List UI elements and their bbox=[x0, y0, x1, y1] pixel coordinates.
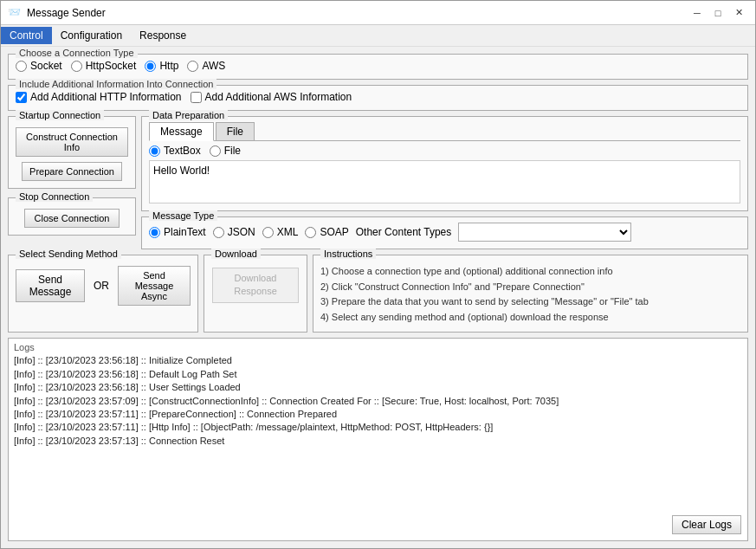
download-response-button[interactable]: Download Response bbox=[212, 268, 299, 303]
other-content-types-dropdown[interactable] bbox=[458, 223, 631, 242]
menu-configuration[interactable]: Configuration bbox=[52, 27, 131, 44]
data-preparation-group: Data Preparation Message File TextBox Fi… bbox=[141, 116, 748, 211]
left-panel: Startup Connection Construct Connection … bbox=[8, 116, 136, 249]
aws-info-checkbox-label[interactable]: Add Additional AWS Information bbox=[191, 91, 352, 103]
download-group: Download Download Response bbox=[204, 255, 307, 333]
middle-area: Startup Connection Construct Connection … bbox=[8, 116, 748, 249]
message-type-title: Message Type bbox=[149, 210, 217, 221]
instruction-4: 4) Select any sending method and (option… bbox=[320, 310, 740, 326]
log-entry: [Info] :: [23/10/2023 23:57:13] :: Conne… bbox=[14, 435, 742, 448]
instructions-title: Instructions bbox=[320, 249, 376, 259]
radio-httpsocket[interactable]: HttpSocket bbox=[71, 60, 137, 72]
menu-control[interactable]: Control bbox=[1, 27, 52, 44]
startup-connection-group: Startup Connection Construct Connection … bbox=[8, 116, 136, 189]
radio-xml[interactable]: XML bbox=[262, 226, 299, 238]
http-info-checkbox-label[interactable]: Add Additional HTTP Information bbox=[16, 91, 182, 103]
message-content[interactable]: Hello World! bbox=[149, 160, 740, 203]
instruction-3: 3) Prepare the data that you want to sen… bbox=[320, 294, 740, 310]
radio-soap[interactable]: SOAP bbox=[305, 226, 348, 238]
instruction-2: 2) Click "Construct Connection Info" and… bbox=[320, 280, 740, 295]
right-panel: Data Preparation Message File TextBox Fi… bbox=[141, 116, 748, 249]
data-tabs: Message File bbox=[149, 122, 740, 141]
main-content: Choose a Connection Type Socket HttpSock… bbox=[1, 47, 755, 548]
send-message-button[interactable]: Send Message bbox=[16, 269, 85, 302]
radio-json[interactable]: JSON bbox=[213, 226, 255, 238]
stop-connection-title: Stop Connection bbox=[16, 191, 93, 202]
other-content-types-label: Other Content Types bbox=[356, 226, 452, 238]
radio-aws[interactable]: AWS bbox=[187, 60, 225, 72]
radio-plaintext[interactable]: PlainText bbox=[149, 226, 206, 238]
prepare-connection-button[interactable]: Prepare Connection bbox=[22, 162, 122, 181]
menu-response[interactable]: Response bbox=[131, 27, 195, 44]
main-window: 📨 Message Sender ─ □ ✕ Control Configura… bbox=[0, 0, 756, 549]
title-bar: 📨 Message Sender ─ □ ✕ bbox=[1, 1, 755, 25]
data-preparation-title: Data Preparation bbox=[149, 110, 228, 120]
log-entry: [Info] :: [23/10/2023 23:57:11] :: [Http… bbox=[14, 421, 742, 434]
log-entry: [Info] :: [23/10/2023 23:56:18] :: Defau… bbox=[14, 368, 742, 381]
instructions-content: 1) Choose a connection type and (optiona… bbox=[320, 264, 740, 325]
startup-connection-title: Startup Connection bbox=[16, 110, 104, 120]
minimize-button[interactable]: ─ bbox=[688, 5, 707, 21]
logs-title: Logs bbox=[14, 342, 742, 352]
http-info-checkbox[interactable] bbox=[16, 92, 27, 103]
connection-type-group: Choose a Connection Type Socket HttpSock… bbox=[8, 54, 748, 80]
log-entry: [Info] :: [23/10/2023 23:57:09] :: [Cons… bbox=[14, 395, 742, 408]
radio-http[interactable]: Http bbox=[145, 60, 178, 72]
radio-textbox[interactable]: TextBox bbox=[149, 145, 201, 157]
clear-logs-button[interactable]: Clear Logs bbox=[672, 515, 741, 534]
message-type-group: Message Type PlainText JSON XML SOAP bbox=[141, 216, 748, 249]
close-connection-button[interactable]: Close Connection bbox=[24, 209, 120, 228]
bottom-area: Select Sending Method Send Message OR Se… bbox=[8, 255, 748, 333]
send-method-title: Select Sending Method bbox=[16, 249, 121, 259]
tab-message[interactable]: Message bbox=[149, 122, 214, 141]
download-title: Download bbox=[211, 249, 261, 259]
additional-info-group: Include Additional Information Into Conn… bbox=[8, 85, 748, 111]
log-entry: [Info] :: [23/10/2023 23:57:11] :: [Prep… bbox=[14, 408, 742, 421]
instruction-1: 1) Choose a connection type and (optiona… bbox=[320, 264, 740, 280]
radio-file[interactable]: File bbox=[210, 145, 241, 157]
message-type-options: TextBox File bbox=[149, 145, 740, 157]
instructions-group: Instructions 1) Choose a connection type… bbox=[313, 255, 748, 333]
construct-connection-button[interactable]: Construct Connection Info bbox=[16, 127, 128, 157]
close-button[interactable]: ✕ bbox=[729, 5, 748, 21]
logs-area: Logs [Info] :: [23/10/2023 23:56:18] :: … bbox=[8, 338, 748, 541]
window-title: Message Sender bbox=[27, 7, 688, 19]
log-entries: [Info] :: [23/10/2023 23:56:18] :: Initi… bbox=[14, 354, 742, 448]
log-entry: [Info] :: [23/10/2023 23:56:18] :: Initi… bbox=[14, 354, 742, 367]
logs-box: Logs [Info] :: [23/10/2023 23:56:18] :: … bbox=[8, 338, 748, 541]
connection-type-title: Choose a Connection Type bbox=[16, 48, 138, 58]
radio-socket[interactable]: Socket bbox=[16, 60, 62, 72]
send-method-group: Select Sending Method Send Message OR Se… bbox=[8, 255, 198, 333]
tab-file[interactable]: File bbox=[216, 122, 255, 140]
window-controls: ─ □ ✕ bbox=[688, 5, 748, 21]
additional-info-title: Include Additional Information Into Conn… bbox=[16, 79, 216, 89]
maximize-button[interactable]: □ bbox=[708, 5, 727, 21]
menu-bar: Control Configuration Response bbox=[1, 25, 755, 47]
send-message-async-button[interactable]: Send Message Async bbox=[118, 266, 191, 306]
additional-info-options: Add Additional HTTP Information Add Addi… bbox=[16, 91, 740, 103]
aws-info-checkbox[interactable] bbox=[191, 92, 202, 103]
app-icon: 📨 bbox=[8, 6, 22, 20]
or-label: OR bbox=[94, 280, 109, 292]
stop-connection-group: Stop Connection Close Connection bbox=[8, 197, 136, 236]
log-entry: [Info] :: [23/10/2023 23:56:18] :: User … bbox=[14, 381, 742, 394]
message-type-row: PlainText JSON XML SOAP Other Content Ty… bbox=[149, 223, 740, 242]
connection-type-options: Socket HttpSocket Http AWS bbox=[16, 60, 740, 72]
send-method-row: Send Message OR Send Message Async bbox=[16, 266, 191, 306]
